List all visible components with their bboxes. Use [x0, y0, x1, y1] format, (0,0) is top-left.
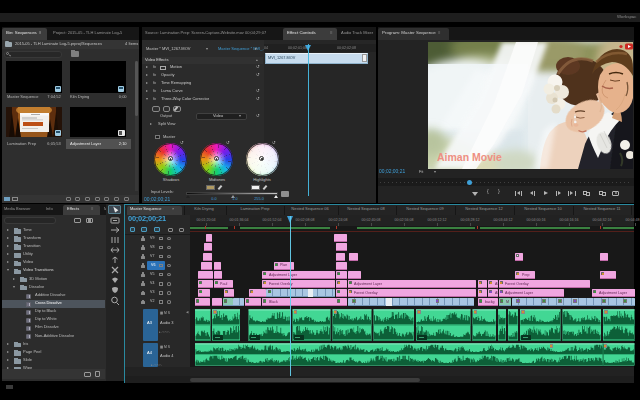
- svg-text:Aiman Movie: Aiman Movie: [437, 151, 502, 163]
